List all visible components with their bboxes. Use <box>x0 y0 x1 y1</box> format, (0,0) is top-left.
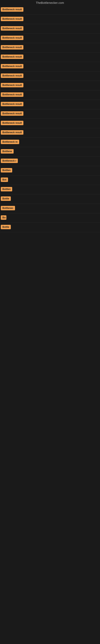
list-item: Bottleneck r <box>0 156 100 166</box>
bottleneck-badge[interactable]: Bottleneck result <box>1 7 23 12</box>
list-item: Bottleneck result <box>0 34 100 43</box>
bottleneck-badge[interactable]: Bottleneck result <box>1 17 23 21</box>
bottleneck-badge[interactable]: Bottleneck result <box>1 45 23 50</box>
list-item: Bottleneck result <box>0 5 100 15</box>
bottleneck-badge[interactable]: Bot <box>1 178 8 182</box>
list-item: Bottleneck result <box>0 119 100 128</box>
list-item: Bottleneck result <box>0 72 100 81</box>
bottleneck-badge[interactable]: Bottle <box>1 196 11 201</box>
bottleneck-badge[interactable]: Bottleneck result <box>1 111 23 116</box>
bottleneck-badge[interactable]: Bottle <box>1 225 11 229</box>
list-item: Bottle <box>0 223 100 232</box>
list-item: Bottleneck result <box>0 15 100 24</box>
list-item: Bottleneck result <box>0 52 100 62</box>
results-list: Bottleneck resultBottleneck resultBottle… <box>0 5 100 232</box>
bottleneck-badge[interactable]: Bottlen <box>1 187 12 192</box>
bottleneck-badge[interactable]: Bottlene <box>1 149 14 154</box>
list-item: Bottle <box>0 194 100 204</box>
list-item: Bottlene <box>0 147 100 156</box>
list-item: Bottlen <box>0 166 100 176</box>
bottleneck-badge[interactable]: Bottlen <box>1 168 12 172</box>
bottleneck-badge[interactable]: Bottleneck re <box>1 140 19 144</box>
list-item: Bottleneck re <box>0 138 100 147</box>
list-item: Bo <box>0 213 100 223</box>
site-title: TheBottlenecker.com <box>0 0 100 5</box>
page-container: TheBottlenecker.com Bottleneck resultBot… <box>0 0 100 232</box>
bottleneck-badge[interactable]: Bottleneck result <box>1 121 23 125</box>
list-item: Bottleneck result <box>0 81 100 90</box>
bottleneck-badge[interactable]: Bottleneck result <box>1 54 23 59</box>
bottleneck-badge[interactable]: Bottleneck result <box>1 83 23 87</box>
bottleneck-badge[interactable]: Bottleneck result <box>1 64 23 68</box>
list-item: Bot <box>0 176 100 185</box>
bottleneck-badge[interactable]: Bottleneck result <box>1 26 23 30</box>
list-item: Bottlenec <box>0 204 100 213</box>
bottleneck-badge[interactable]: Bottlenec <box>1 206 15 210</box>
list-item: Bottleneck result <box>0 43 100 52</box>
list-item: Bottleneck result <box>0 128 100 138</box>
bottleneck-badge[interactable]: Bottleneck result <box>1 74 23 78</box>
bottleneck-badge[interactable]: Bottleneck result <box>1 92 23 97</box>
list-item: Bottleneck result <box>0 100 100 109</box>
bottleneck-badge[interactable]: Bo <box>1 215 6 220</box>
list-item: Bottleneck result <box>0 62 100 72</box>
list-item: Bottleneck result <box>0 90 100 100</box>
list-item: Bottlen <box>0 185 100 194</box>
list-item: Bottleneck result <box>0 109 100 119</box>
bottleneck-badge[interactable]: Bottleneck result <box>1 102 23 106</box>
bottleneck-badge[interactable]: Bottleneck result <box>1 36 23 40</box>
list-item: Bottleneck result <box>0 24 100 34</box>
bottleneck-badge[interactable]: Bottleneck result <box>1 130 23 135</box>
bottleneck-badge[interactable]: Bottleneck r <box>1 158 18 163</box>
